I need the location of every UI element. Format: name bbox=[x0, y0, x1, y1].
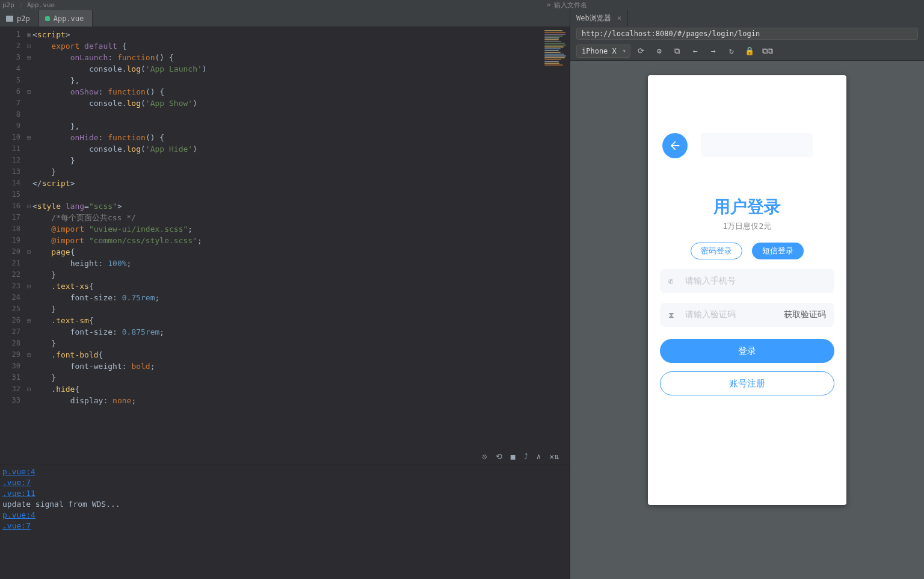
tab-appvue[interactable]: App.vue bbox=[39, 10, 93, 26]
code-field[interactable]: ⧗ 请输入验证码 获取验证码 bbox=[660, 303, 834, 327]
phone-placeholder: 请输入手机号 bbox=[685, 276, 826, 286]
editor-tabs: p2p App.vue bbox=[0, 10, 570, 26]
line-number-gutter: 1234567891011121314151617181920212223242… bbox=[0, 26, 25, 448]
browser-tab[interactable]: Web浏览器 × bbox=[570, 10, 628, 26]
get-code-button[interactable]: 获取验证码 bbox=[784, 309, 826, 320]
code-placeholder: 请输入验证码 bbox=[685, 309, 784, 320]
close-icon[interactable]: × bbox=[617, 14, 621, 22]
console-line: update signal from WDS... bbox=[2, 499, 567, 510]
console-tool-icon[interactable]: ✕⇅ bbox=[549, 452, 559, 461]
device-select[interactable]: iPhone X bbox=[576, 45, 630, 58]
chevron-right-icon: 〉 bbox=[19, 1, 26, 10]
devtool-icon[interactable]: ⚙ bbox=[654, 46, 664, 56]
hourglass-icon: ⧗ bbox=[668, 310, 679, 320]
breadcrumb-root[interactable]: p2p bbox=[2, 1, 14, 9]
login-button[interactable]: 登录 bbox=[660, 339, 834, 363]
folder-icon bbox=[6, 16, 13, 22]
devtool-icon[interactable]: ← bbox=[691, 46, 700, 56]
devtool-icon[interactable]: ⧉⧉ bbox=[763, 46, 772, 56]
arrow-left-icon bbox=[668, 139, 682, 152]
browser-tabs: Web浏览器 × bbox=[570, 10, 924, 26]
console-line[interactable]: .vue:7 bbox=[2, 521, 567, 531]
console-line[interactable]: .vue:7 bbox=[2, 477, 567, 488]
tab-password-login[interactable]: 密码登录 bbox=[691, 243, 742, 259]
device-toolbar: iPhone X ⟳⚙⧉←→↻🔒⧉⧉ bbox=[570, 42, 924, 61]
page-title: 用户登录 bbox=[660, 196, 834, 218]
console-line[interactable]: p.vue:4 bbox=[2, 510, 567, 521]
console-tool-icon[interactable]: ⟲ bbox=[496, 452, 502, 461]
console-tool-icon[interactable]: ⤴ bbox=[524, 452, 528, 461]
web-browser-pane: Web浏览器 × iPhone X ⟳⚙⧉←→↻🔒⧉⧉ 用户登录 1万日息仅2元… bbox=[570, 10, 924, 579]
devtool-icon[interactable]: ⧉ bbox=[673, 46, 682, 56]
tab-folder-p2p[interactable]: p2p bbox=[0, 10, 39, 26]
tab-sms-login[interactable]: 短信登录 bbox=[752, 243, 804, 259]
devtool-icon[interactable]: ↻ bbox=[727, 46, 736, 56]
fold-column[interactable]: ▣⊟⊟⊟⊟⊟⊟⊟⊟⊟⊟ bbox=[25, 26, 32, 448]
devtool-icon[interactable]: 🔒 bbox=[745, 46, 754, 56]
vue-file-icon bbox=[45, 16, 50, 21]
console-line[interactable]: p.vue:4 bbox=[2, 466, 567, 477]
register-button[interactable]: 账号注册 bbox=[660, 371, 834, 395]
minimap[interactable] bbox=[544, 30, 566, 108]
phone-icon: ✆ bbox=[668, 276, 679, 286]
editor-pane: p2p App.vue 1234567891011121314151617181… bbox=[0, 10, 570, 579]
header-shadow bbox=[701, 133, 813, 157]
workspace: p2p App.vue 1234567891011121314151617181… bbox=[0, 10, 924, 579]
search-icon: ⌕ bbox=[546, 1, 550, 9]
file-search-placeholder[interactable]: ⌕ 输入文件名 bbox=[546, 1, 924, 10]
console-tool-icon[interactable]: ■ bbox=[511, 452, 516, 461]
breadcrumb-bar: p2p 〉 App.vue ⌕ 输入文件名 bbox=[0, 0, 924, 10]
devtool-icon[interactable]: → bbox=[709, 46, 718, 56]
address-row bbox=[570, 26, 924, 42]
devtool-icon[interactable]: ⟳ bbox=[636, 46, 646, 56]
address-input[interactable] bbox=[576, 28, 918, 40]
phone-frame: 用户登录 1万日息仅2元 密码登录 短信登录 ✆ 请输入手机号 ⧗ 请输入验证码… bbox=[648, 75, 846, 505]
editor-body[interactable]: 1234567891011121314151617181920212223242… bbox=[0, 26, 570, 448]
console-output[interactable]: p.vue:4.vue:7.vue:11 update signal from … bbox=[0, 465, 570, 579]
login-mode-segment: 密码登录 短信登录 bbox=[660, 243, 834, 259]
back-button[interactable] bbox=[662, 133, 688, 158]
preview-canvas[interactable]: 用户登录 1万日息仅2元 密码登录 短信登录 ✆ 请输入手机号 ⧗ 请输入验证码… bbox=[570, 61, 924, 579]
console-line[interactable]: .vue:11 bbox=[2, 488, 567, 499]
console-tool-icon[interactable]: ⎋ bbox=[482, 452, 487, 461]
console-tool-icon[interactable]: ∧ bbox=[537, 452, 541, 461]
phone-field[interactable]: ✆ 请输入手机号 bbox=[660, 269, 834, 293]
code-area[interactable]: <script> export default { onLaunch: func… bbox=[32, 26, 570, 448]
page-subtitle: 1万日息仅2元 bbox=[660, 221, 834, 232]
breadcrumb-file[interactable]: App.vue bbox=[27, 1, 55, 9]
console-toolbar: ⎋⟲■⤴∧✕⇅ bbox=[0, 448, 570, 465]
